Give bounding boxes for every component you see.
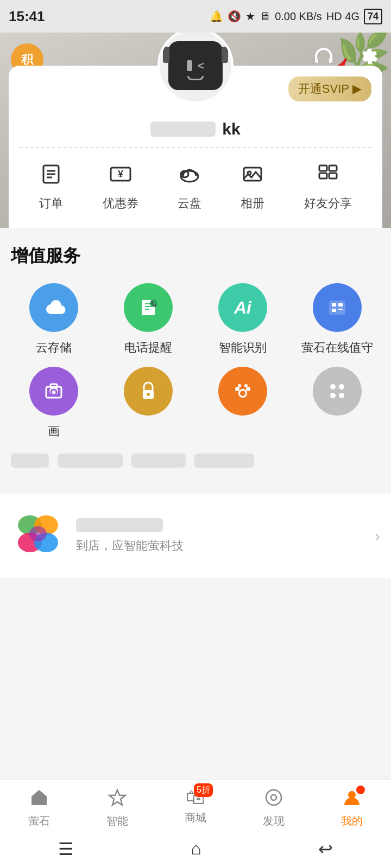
nav-mine-icon-wrap: [342, 788, 362, 810]
action-cloud[interactable]: 云盘: [178, 162, 201, 212]
profile-divider: [20, 147, 371, 148]
svg-rect-18: [330, 301, 345, 314]
nav-home-label: 萤石: [28, 814, 50, 828]
nav-home-icon: [29, 788, 49, 810]
ai-text: Ai: [234, 298, 251, 318]
nav-discover-icon: [264, 788, 283, 810]
action-order-label: 订单: [39, 195, 63, 212]
value-services-title: 增值服务: [11, 244, 380, 268]
blur-block-4: [194, 454, 254, 468]
username-row: kk: [20, 120, 371, 138]
svg-rect-22: [338, 309, 343, 310]
svg-point-43: [29, 526, 47, 541]
main-content: 增值服务 云存储 📞 电话提醒: [0, 228, 391, 578]
action-cloud-label: 云盘: [178, 195, 201, 212]
svg-rect-21: [332, 309, 336, 312]
svg-point-34: [240, 391, 245, 396]
nav-menu-button[interactable]: ☰: [58, 839, 74, 859]
action-share-label: 好友分享: [304, 195, 352, 212]
nav-item-smart[interactable]: 智能: [106, 788, 128, 828]
nav-item-discover[interactable]: 发现: [263, 788, 285, 828]
blurred-service-labels: [11, 448, 380, 481]
svip-button[interactable]: 开通SVIP ▶: [288, 76, 371, 101]
svg-rect-14: [319, 173, 327, 178]
blur-row-1: [11, 454, 380, 468]
service-paint[interactable]: 画: [11, 367, 97, 439]
nav-item-shop[interactable]: 🛍 5折 商城: [185, 788, 206, 828]
nav-smart-label: 智能: [106, 814, 128, 828]
svg-rect-12: [319, 165, 327, 171]
nav-system-buttons: ☰ ⌂ ↩: [0, 833, 391, 868]
partner-name-blur: [76, 518, 163, 532]
nav-item-mine[interactable]: 我的: [341, 788, 363, 828]
shop-badge: 5折: [194, 783, 213, 797]
svg-point-47: [271, 795, 276, 800]
username-blur-block: [150, 122, 216, 137]
svip-arrow-icon: ▶: [352, 82, 362, 96]
nav-home-button[interactable]: ⌂: [191, 839, 201, 859]
paint-label: 画: [48, 423, 60, 439]
svg-point-31: [246, 387, 250, 391]
nav-shop-label: 商城: [185, 810, 206, 825]
service-online-guard[interactable]: 萤石在线值守: [294, 283, 380, 356]
blur-block-1: [11, 454, 49, 468]
username-text: kk: [222, 120, 240, 138]
robot-mouth: [187, 76, 204, 80]
blur-block-3: [131, 454, 186, 468]
robot-ear-right: [222, 47, 228, 63]
cloud-storage-label: 云存储: [36, 340, 72, 356]
sound-icon: 🔇: [228, 10, 241, 23]
svg-rect-44: [37, 800, 41, 805]
svg-point-28: [147, 393, 150, 396]
nav-spacer: [0, 578, 391, 665]
notification-icon: 🔔: [210, 10, 223, 23]
service-phone-reminder[interactable]: 📞 电话提醒: [105, 283, 191, 356]
nav-item-home[interactable]: 萤石: [28, 788, 50, 828]
services-grid-row2: 画: [11, 367, 380, 439]
service-more[interactable]: [294, 367, 380, 439]
svg-text:¥: ¥: [118, 169, 123, 180]
nav-back-button[interactable]: ↩: [318, 839, 333, 859]
quick-actions: 订单 ¥ 优惠券 云盘: [20, 157, 371, 217]
svg-point-38: [339, 393, 344, 398]
network-type: HD 4G: [326, 10, 360, 23]
services-grid-row1: 云存储 📞 电话提醒 Ai 智能识别: [11, 283, 380, 356]
share-icon: [316, 162, 340, 190]
cloud-icon: [178, 162, 201, 190]
robot-eye-left: [187, 60, 192, 71]
service-paw[interactable]: [200, 367, 286, 439]
partner-logo: [11, 509, 65, 563]
svg-point-35: [330, 384, 336, 390]
phone-reminder-label: 电话提醒: [124, 340, 172, 356]
profile-card: < 开通SVIP ▶ kk: [9, 66, 382, 228]
nav-shop-icon-wrap: 🛍 5折: [186, 788, 205, 807]
action-order[interactable]: 订单: [39, 162, 63, 212]
svg-point-33: [244, 384, 248, 387]
action-album[interactable]: 相册: [241, 162, 264, 212]
paw-icon: [218, 367, 267, 416]
star-icon: ★: [245, 10, 255, 23]
action-share[interactable]: 好友分享: [304, 162, 352, 212]
nav-items: 萤石 智能 🛍 5折 商城: [0, 780, 391, 833]
screen-icon: 🖥: [260, 10, 270, 23]
bottom-nav: 萤石 智能 🛍 5折 商城: [0, 780, 391, 868]
svg-point-32: [238, 384, 241, 387]
partner-section[interactable]: 到店，应智能萤科技 ›: [0, 494, 391, 578]
svg-point-48: [348, 791, 356, 799]
svg-marker-45: [109, 790, 125, 805]
coupon-icon: ¥: [109, 162, 133, 190]
album-icon: [241, 162, 264, 190]
blur-block-2: [58, 454, 123, 468]
action-album-label: 相册: [241, 195, 264, 212]
service-cloud-storage[interactable]: 云存储: [11, 283, 97, 356]
network-speed: 0.00 KB/s: [275, 10, 322, 23]
svg-rect-15: [329, 173, 337, 178]
avatar[interactable]: <: [157, 33, 234, 104]
paint-icon: [29, 367, 78, 416]
status-right: 🔔 🔇 ★ 🖥 0.00 KB/s HD 4G 74: [210, 9, 382, 24]
service-ai-recognition[interactable]: Ai 智能识别: [200, 283, 286, 356]
hero-section: 🌿 积: [0, 33, 391, 228]
service-lock[interactable]: [105, 367, 191, 439]
action-coupon[interactable]: ¥ 优惠券: [103, 162, 138, 212]
ai-recognition-label: 智能识别: [219, 340, 267, 356]
